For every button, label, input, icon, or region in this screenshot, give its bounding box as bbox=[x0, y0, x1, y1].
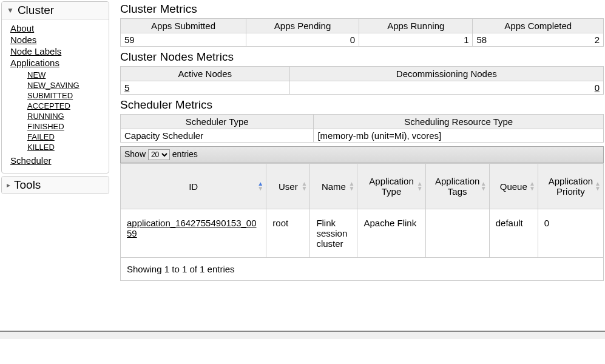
app-id-link[interactable]: application_1642755490153_0059 bbox=[127, 218, 257, 238]
chevron-right-icon: ▸ bbox=[7, 181, 10, 189]
tools-header[interactable]: ▸ Tools bbox=[2, 177, 109, 194]
col-scheduler-type: Scheduler Type bbox=[121, 115, 314, 129]
sort-icon: ▲▼ bbox=[595, 181, 601, 191]
page-size-select[interactable]: 20 bbox=[148, 149, 170, 160]
sidebar-sub-new-saving[interactable]: NEW_SAVING bbox=[27, 81, 100, 90]
val-scheduler-type: Capacity Scheduler bbox=[121, 129, 314, 143]
sidebar-sub-killed[interactable]: KILLED bbox=[27, 143, 100, 152]
show-label: Show bbox=[124, 149, 146, 159]
table-row: application_1642755490153_0059 root Flin… bbox=[121, 209, 604, 258]
sidebar-sub-running[interactable]: RUNNING bbox=[27, 112, 100, 121]
col-apps-pending: Apps Pending bbox=[246, 19, 359, 33]
tools-title: Tools bbox=[14, 178, 41, 192]
sort-icon: ▲▼ bbox=[417, 181, 423, 191]
col-apps-submitted: Apps Submitted bbox=[121, 19, 246, 33]
sidebar-sub-finished[interactable]: FINISHED bbox=[27, 122, 100, 131]
cluster-body: About Nodes Node Labels Applications NEW… bbox=[2, 19, 109, 173]
chevron-down-icon: ▼ bbox=[7, 6, 14, 15]
col-apps-running: Apps Running bbox=[359, 19, 473, 33]
col-name[interactable]: Name ▲▼ bbox=[310, 164, 357, 209]
sort-icon: ▲▼ bbox=[301, 181, 307, 191]
cluster-metrics-table: Apps Submitted Apps Pending Apps Running… bbox=[120, 18, 604, 47]
tools-panel: ▸ Tools bbox=[1, 176, 109, 194]
col-app-type[interactable]: Application Type ▲▼ bbox=[357, 164, 425, 209]
app-name: Flink session cluster bbox=[310, 209, 357, 258]
sort-icon: ▲▼ bbox=[348, 181, 354, 191]
sidebar-item-node-labels[interactable]: Node Labels bbox=[10, 46, 100, 56]
scheduler-metrics-title: Scheduler Metrics bbox=[120, 98, 604, 112]
val-apps-extra: 2 bbox=[595, 35, 600, 45]
sidebar-item-about[interactable]: About bbox=[10, 23, 100, 33]
cluster-title: Cluster bbox=[18, 4, 54, 17]
applications-sublist: NEW NEW_SAVING SUBMITTED ACCEPTED RUNNIN… bbox=[27, 70, 100, 152]
sidebar-sub-accepted[interactable]: ACCEPTED bbox=[27, 101, 100, 110]
val-apps-submitted: 59 bbox=[121, 33, 246, 47]
main-content: Cluster Metrics Apps Submitted Apps Pend… bbox=[120, 1, 604, 281]
app-queue: default bbox=[489, 209, 538, 258]
applications-table: ID ▲▼ User ▲▼ Name ▲▼ Application Type ▲… bbox=[120, 163, 604, 258]
sidebar-item-applications[interactable]: Applications bbox=[10, 58, 100, 68]
app-priority: 0 bbox=[538, 209, 603, 258]
col-decom-nodes: Decommissioning Nodes bbox=[289, 67, 603, 81]
sort-icon: ▲▼ bbox=[481, 181, 487, 191]
col-queue[interactable]: Queue ▲▼ bbox=[489, 164, 538, 209]
val-apps-completed: 58 bbox=[476, 35, 487, 45]
cluster-panel: ▼ Cluster About Nodes Node Labels Applic… bbox=[1, 1, 109, 174]
col-id[interactable]: ID ▲▼ bbox=[121, 164, 266, 209]
col-user[interactable]: User ▲▼ bbox=[266, 164, 310, 209]
val-apps-running: 1 bbox=[359, 33, 473, 47]
app-type: Apache Flink bbox=[357, 209, 425, 258]
footer-bar bbox=[0, 331, 605, 339]
col-app-tags[interactable]: Application Tags ▲▼ bbox=[425, 164, 489, 209]
val-resource-type: [memory-mb (unit=Mi), vcores] bbox=[314, 129, 604, 143]
app-tags bbox=[425, 209, 489, 258]
sidebar-item-nodes[interactable]: Nodes bbox=[10, 35, 100, 45]
link-decom-nodes[interactable]: 0 bbox=[595, 83, 600, 93]
entries-label: entries bbox=[172, 149, 198, 159]
col-resource-type: Scheduling Resource Type bbox=[314, 115, 604, 129]
sort-icon: ▲▼ bbox=[529, 181, 535, 191]
col-priority[interactable]: Application Priority ▲▼ bbox=[538, 164, 603, 209]
sidebar-sub-new[interactable]: NEW bbox=[27, 70, 100, 79]
sidebar-sub-submitted[interactable]: SUBMITTED bbox=[27, 91, 100, 100]
val-apps-pending: 0 bbox=[246, 33, 359, 47]
col-apps-completed: Apps Completed bbox=[473, 19, 604, 33]
nodes-metrics-title: Cluster Nodes Metrics bbox=[120, 50, 604, 64]
scheduler-metrics-table: Scheduler Type Scheduling Resource Type … bbox=[120, 114, 604, 143]
cluster-metrics-title: Cluster Metrics bbox=[120, 2, 604, 16]
cluster-header[interactable]: ▼ Cluster bbox=[2, 2, 109, 19]
sidebar-item-scheduler[interactable]: Scheduler bbox=[10, 155, 100, 166]
sidebar-sub-failed[interactable]: FAILED bbox=[27, 132, 100, 141]
datatable-length-bar: Show 20 entries bbox=[120, 146, 604, 163]
sidebar: ▼ Cluster About Nodes Node Labels Applic… bbox=[1, 1, 109, 281]
nodes-metrics-table: Active Nodes Decommissioning Nodes 5 0 bbox=[120, 66, 604, 95]
link-active-nodes[interactable]: 5 bbox=[124, 83, 129, 93]
col-active-nodes: Active Nodes bbox=[121, 67, 290, 81]
sort-icon: ▲▼ bbox=[257, 181, 263, 191]
datatable-info: Showing 1 to 1 of 1 entries bbox=[120, 258, 604, 281]
app-user: root bbox=[266, 209, 310, 258]
